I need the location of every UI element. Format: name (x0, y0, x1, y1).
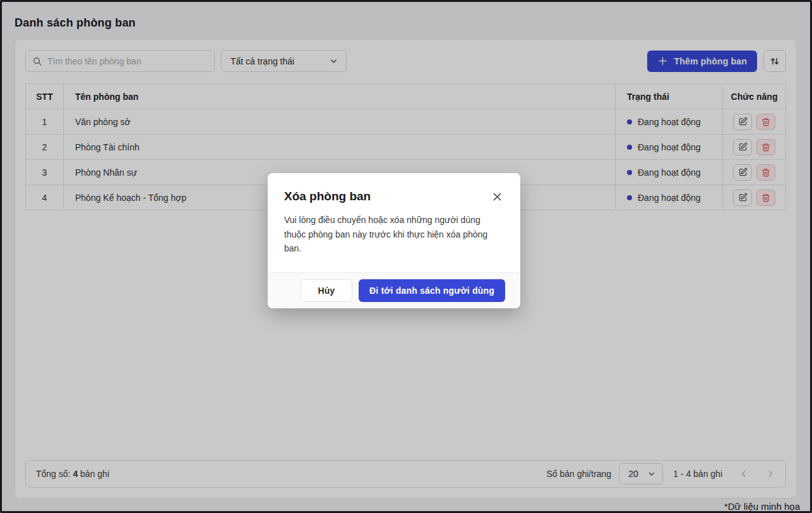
go-to-user-list-button[interactable]: Đi tới danh sách người dùng (359, 279, 505, 302)
close-button[interactable] (490, 190, 504, 203)
close-icon (491, 191, 503, 203)
delete-department-modal: Xóa phòng ban Vui lòng điều chuyển hoặc … (268, 173, 520, 308)
app-window: Danh sách phòng ban Tất cả trạng thái (0, 0, 812, 513)
modal-title: Xóa phòng ban (284, 190, 371, 203)
modal-footer: Hủy Đi tới danh sách người dùng (268, 272, 520, 308)
modal-body-text: Vui lòng điều chuyển hoặc xóa những ngườ… (268, 203, 520, 272)
cancel-button[interactable]: Hủy (301, 279, 352, 302)
modal-header: Xóa phòng ban (268, 173, 520, 203)
